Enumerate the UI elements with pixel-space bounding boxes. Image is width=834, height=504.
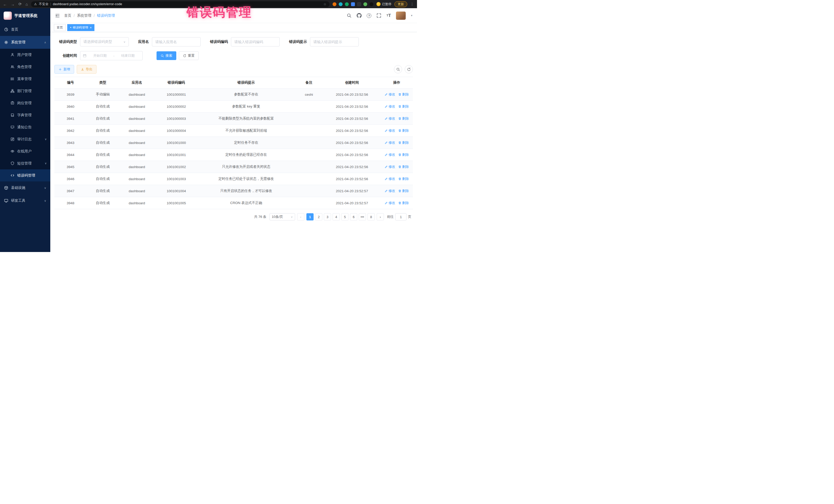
app-logo[interactable]: 芋道管理系统 bbox=[0, 8, 50, 23]
sidebar-item-error-code-management[interactable]: 错误码管理 bbox=[0, 169, 50, 181]
table-row: 3940 自动生成 dashboard 1001000002 参数配置 key … bbox=[54, 101, 413, 113]
sidebar-item-dev-tools[interactable]: 研发工具 ∨ bbox=[0, 194, 50, 207]
cell-id: 3939 bbox=[54, 89, 87, 101]
delete-link[interactable]: 删除 bbox=[398, 165, 409, 169]
page-number-button[interactable]: 1 bbox=[306, 213, 313, 220]
refresh-table-button[interactable] bbox=[405, 65, 413, 73]
paused-label: 已暂停 bbox=[382, 2, 391, 6]
browser-menu-icon[interactable]: ⋮ bbox=[410, 2, 414, 6]
reload-icon[interactable]: ⟳ bbox=[19, 2, 22, 6]
delete-link[interactable]: 删除 bbox=[398, 128, 409, 133]
bookmark-star-icon[interactable]: ☆ bbox=[323, 2, 326, 6]
delete-link[interactable]: 删除 bbox=[398, 104, 409, 109]
delete-link-label: 删除 bbox=[402, 152, 409, 157]
cell-remark bbox=[294, 137, 323, 149]
sidebar-item-home[interactable]: 首页 bbox=[0, 23, 50, 36]
app-name-input[interactable] bbox=[152, 37, 201, 46]
sidebar-item-dept-management[interactable]: 部门管理 bbox=[0, 85, 50, 97]
extension-icon-blue-grid[interactable] bbox=[351, 2, 355, 6]
edit-link[interactable]: 修改 bbox=[385, 140, 395, 145]
edit-link[interactable]: 修改 bbox=[385, 189, 395, 193]
cell-created: 2021-04-20 23:52:56 bbox=[323, 113, 381, 125]
page-size-select[interactable]: 10条/页 ∨ bbox=[269, 213, 295, 220]
sidebar-item-audit-log[interactable]: 审计日志 ∨ bbox=[0, 133, 50, 145]
breadcrumb-system[interactable]: 系统管理 bbox=[77, 13, 91, 18]
home-icon[interactable]: ⌂ bbox=[26, 2, 28, 6]
sidebar-item-user-management[interactable]: 用户管理 bbox=[0, 49, 50, 61]
search-icon[interactable] bbox=[347, 13, 352, 18]
edit-link[interactable]: 修改 bbox=[385, 201, 395, 205]
tab-error-code-management[interactable]: ● 错误码管理 × bbox=[67, 24, 94, 31]
sidebar-item-menu-management[interactable]: 菜单管理 bbox=[0, 73, 50, 85]
extension-icon-dark[interactable] bbox=[357, 2, 361, 6]
page-number-button[interactable]: 2 bbox=[315, 213, 322, 220]
monitor-icon bbox=[4, 199, 8, 203]
trash-icon bbox=[398, 165, 401, 168]
edit-link[interactable]: 修改 bbox=[385, 104, 395, 109]
top-navbar: 首页 / 系统管理 / 错误码管理 ? TT bbox=[50, 8, 417, 23]
date-range-picker[interactable]: 开始日期 - 结束日期 bbox=[80, 51, 143, 60]
next-page-button[interactable]: › bbox=[377, 213, 384, 220]
delete-link[interactable]: 删除 bbox=[398, 189, 409, 193]
reset-button[interactable]: 重置 bbox=[179, 51, 199, 60]
edit-link[interactable]: 修改 bbox=[385, 116, 395, 121]
sidebar-item-sms-management[interactable]: 短信管理 ∨ bbox=[0, 157, 50, 169]
search-button[interactable]: 搜索 bbox=[156, 51, 176, 60]
sidebar-item-online-users[interactable]: 在线用户 bbox=[0, 145, 50, 157]
fullscreen-icon[interactable] bbox=[376, 13, 381, 18]
error-type-select[interactable]: 请选择错误码类型 ∨ bbox=[80, 37, 129, 46]
goto-page-input[interactable] bbox=[395, 213, 407, 220]
error-code-input[interactable] bbox=[231, 37, 280, 46]
add-button[interactable]: 新增 bbox=[54, 65, 74, 74]
page-number-button[interactable]: 6 bbox=[350, 213, 357, 220]
back-icon[interactable]: ← bbox=[3, 2, 7, 6]
extension-icon-green-v[interactable] bbox=[345, 2, 349, 6]
delete-link[interactable]: 删除 bbox=[398, 177, 409, 181]
page-number-button[interactable]: 3 bbox=[324, 213, 331, 220]
close-icon[interactable]: × bbox=[90, 26, 92, 29]
forward-icon[interactable]: → bbox=[11, 2, 15, 6]
prev-page-button[interactable]: ‹ bbox=[297, 213, 304, 220]
edit-link[interactable]: 修改 bbox=[385, 128, 395, 133]
profile-paused-chip[interactable]: 已暂停 bbox=[376, 2, 391, 6]
delete-link[interactable]: 删除 bbox=[398, 152, 409, 157]
page-number-button[interactable]: 5 bbox=[341, 213, 349, 220]
sidebar-toggle-icon[interactable] bbox=[55, 13, 60, 18]
page-number-button[interactable]: ••• bbox=[359, 213, 366, 220]
user-avatar[interactable] bbox=[396, 12, 406, 20]
avatar-caret-icon[interactable]: ▾ bbox=[411, 14, 412, 17]
breadcrumb-home[interactable]: 首页 bbox=[64, 13, 71, 18]
edit-link[interactable]: 修改 bbox=[385, 152, 395, 157]
extension-icon-leaf[interactable] bbox=[364, 2, 367, 6]
cell-code: 1001000002 bbox=[155, 101, 198, 113]
browser-update-button[interactable]: 更新 bbox=[394, 1, 407, 7]
error-hint-input[interactable] bbox=[310, 37, 359, 46]
sidebar-item-infrastructure[interactable]: 基础设施 ∨ bbox=[0, 181, 50, 194]
extension-icon-red[interactable] bbox=[333, 2, 336, 6]
url-text[interactable]: dashboard.yudao.iocoder.cn/system/error-… bbox=[53, 2, 122, 6]
tab-home[interactable]: 首页 bbox=[54, 24, 66, 31]
extension-icon-paw[interactable] bbox=[370, 2, 373, 6]
sidebar-item-system-management[interactable]: 系统管理 ∧ bbox=[0, 36, 50, 49]
edit-link[interactable]: 修改 bbox=[385, 177, 395, 181]
font-size-icon[interactable]: TT bbox=[387, 13, 391, 18]
extension-icon-teal[interactable] bbox=[339, 2, 343, 6]
help-icon[interactable]: ? bbox=[367, 13, 371, 18]
edit-link[interactable]: 修改 bbox=[385, 165, 395, 169]
goto-page: 前往 页 bbox=[387, 213, 411, 220]
sidebar-item-role-management[interactable]: 角色管理 bbox=[0, 61, 50, 73]
delete-link[interactable]: 删除 bbox=[398, 92, 409, 97]
address-bar[interactable]: ⚠ 不安全 dashboard.yudao.iocoder.cn/system/… bbox=[31, 1, 329, 7]
show-search-button[interactable] bbox=[394, 65, 402, 73]
delete-link[interactable]: 删除 bbox=[398, 201, 409, 205]
export-button[interactable]: 导出 bbox=[77, 65, 96, 74]
page-number-button[interactable]: 8 bbox=[368, 213, 375, 220]
edit-link[interactable]: 修改 bbox=[385, 92, 395, 97]
sidebar-item-post-management[interactable]: 岗位管理 bbox=[0, 97, 50, 109]
sidebar-item-dict-management[interactable]: 字典管理 bbox=[0, 109, 50, 121]
github-icon[interactable] bbox=[357, 13, 361, 18]
delete-link[interactable]: 删除 bbox=[398, 116, 409, 121]
delete-link[interactable]: 删除 bbox=[398, 140, 409, 145]
page-number-button[interactable]: 4 bbox=[333, 213, 340, 220]
sidebar-item-notice-management[interactable]: 通知公告 bbox=[0, 121, 50, 133]
